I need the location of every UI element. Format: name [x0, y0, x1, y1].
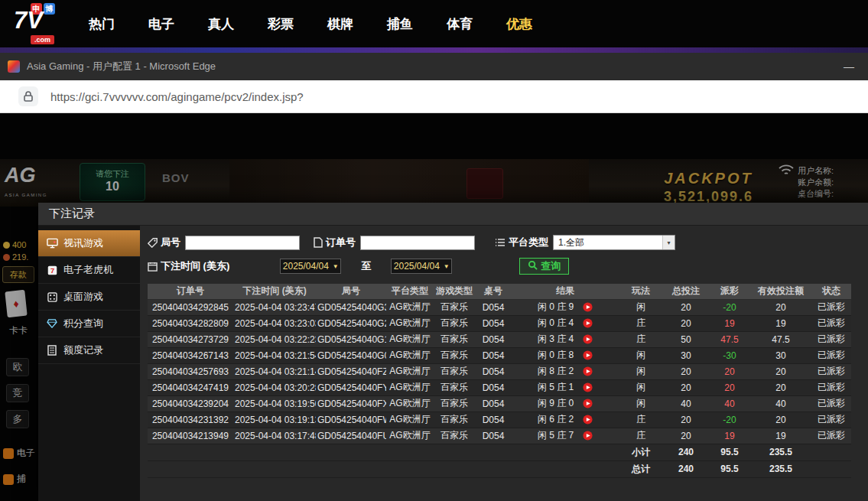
replay-button[interactable]: [583, 334, 593, 344]
cell-round: GD054254040G1: [316, 331, 386, 347]
result-text: 闲 5 庄 1: [538, 381, 574, 394]
nav-item-sports[interactable]: 体育: [447, 15, 473, 33]
tag-icon: [148, 238, 158, 248]
document-icon: [46, 345, 58, 356]
bet-row: 2504040342474192025-04-04 03:20:28GD0542…: [148, 379, 851, 395]
cell-valid_bet: 20: [750, 363, 811, 379]
cell-payout: -30: [709, 347, 750, 363]
replay-button[interactable]: [583, 318, 593, 328]
bet-records-table: 订单号 下注时间 (美东) 局号 平台类型 游戏类型 桌号 结果 玩法 总投注 …: [148, 284, 851, 478]
cell-platform: AG欧洲厅: [386, 315, 434, 331]
cell-valid_bet: 47.5: [750, 331, 811, 347]
cell-payout: 20: [709, 363, 750, 379]
replay-button[interactable]: [583, 350, 593, 360]
lock-icon[interactable]: [18, 86, 38, 106]
cell-payout: 40: [709, 395, 750, 412]
cell-game: 百家乐: [434, 412, 475, 428]
modal-body: 视讯游戏 7 电子老虎机 桌面游戏: [38, 226, 868, 501]
round-label: 局号: [161, 236, 180, 249]
cell-table_no: D054: [475, 347, 512, 363]
cell-table_no: D054: [475, 395, 512, 412]
subtotal-label: 小计: [619, 444, 663, 460]
replay-button[interactable]: [583, 382, 593, 392]
cell-table_no: D054: [475, 315, 512, 331]
modal-main: 局号 订单号 平台类型 1.全部 ▾: [140, 226, 868, 501]
cell-status: 已派彩: [811, 347, 851, 363]
top-nav: 申 博 7V .com 热门 电子 真人 彩票 棋牌 捕鱼 体育 优惠: [0, 0, 868, 47]
result-cell: 闲 6 庄 2: [512, 412, 619, 428]
platform-type-label: 平台类型: [509, 236, 548, 249]
page-viewport: AG ASIA GAMING 请您下注 10 BOV JACKPOT 3,521…: [0, 113, 868, 501]
cell-game: 百家乐: [434, 315, 475, 331]
cell-order: 250404034267143: [148, 347, 233, 363]
cell-valid_bet: 30: [750, 347, 811, 363]
nav-item-fishing[interactable]: 捕鱼: [387, 15, 413, 33]
cell-total_bet: 20: [663, 315, 709, 331]
date-from-picker[interactable]: 2025/04/04 ▼: [280, 259, 341, 274]
replay-button[interactable]: [583, 302, 593, 312]
cell-platform: AG欧洲厅: [386, 395, 434, 412]
result-text: 闲 3 庄 4: [538, 333, 574, 346]
cell-total_bet: 20: [663, 379, 709, 395]
bet-row: 2504040342139492025-04-04 03:17:48GD0542…: [148, 428, 851, 444]
url-text[interactable]: https://gci.7vvvvvv.com/agingame/pcv2/in…: [50, 90, 304, 103]
cell-round: GD054254040FU: [316, 428, 386, 444]
cell-order: 250404034231392: [148, 412, 233, 428]
search-icon: [528, 260, 538, 272]
cell-table_no: D054: [475, 331, 512, 347]
cell-table_no: D054: [475, 299, 512, 315]
brand-logo[interactable]: 申 博 7V .com: [9, 2, 73, 46]
cell-valid_bet: 40: [750, 395, 811, 412]
address-bar[interactable]: https://gci.7vvvvvv.com/agingame/pcv2/in…: [0, 80, 868, 113]
cell-table_no: D054: [475, 363, 512, 379]
cell-payout: 20: [709, 379, 750, 395]
menu-item-label: 电子老虎机: [63, 263, 113, 277]
col-header: 结果: [512, 284, 619, 299]
nav-item-slots[interactable]: 电子: [148, 15, 174, 33]
replay-button[interactable]: [583, 366, 593, 376]
menu-item-table-games[interactable]: 桌面游戏: [38, 284, 140, 311]
menu-item-live-games[interactable]: 视讯游戏: [38, 230, 140, 257]
col-header: 总投注: [663, 284, 709, 299]
cell-payout: -20: [709, 299, 750, 315]
platform-select[interactable]: 1.全部 ▾: [553, 235, 675, 250]
total-valid-bet: 235.5: [750, 460, 811, 477]
menu-item-points-query[interactable]: 积分查询: [38, 311, 140, 337]
search-button[interactable]: 查询: [519, 258, 569, 275]
cell-status: 已派彩: [811, 363, 851, 379]
cell-table_no: D054: [475, 379, 512, 395]
menu-item-label: 桌面游戏: [63, 290, 103, 304]
result-text: 闲 0 庄 8: [538, 349, 574, 362]
subtotal-payout: 95.5: [709, 444, 750, 460]
cell-time: 2025-04-04 03:19:50: [233, 395, 316, 412]
order-input[interactable]: [360, 236, 475, 250]
modal-side-menu: 视讯游戏 7 电子老虎机 桌面游戏: [38, 226, 140, 501]
cell-total_bet: 30: [663, 347, 709, 363]
minimize-button[interactable]: —: [836, 60, 862, 73]
menu-item-credit-records[interactable]: 额度记录: [38, 337, 140, 364]
nav-item-lottery[interactable]: 彩票: [268, 15, 294, 33]
replay-button[interactable]: [583, 399, 593, 408]
cell-valid_bet: 19: [750, 315, 811, 331]
replay-button[interactable]: [583, 415, 593, 425]
cell-table_no: D054: [475, 412, 512, 428]
col-header: 局号: [316, 284, 386, 299]
cell-round: GD054254040FX: [316, 395, 386, 412]
nav-item-cards[interactable]: 棋牌: [327, 15, 353, 33]
round-input[interactable]: [185, 236, 300, 250]
replay-button[interactable]: [583, 431, 593, 441]
menu-item-slot-machines[interactable]: 7 电子老虎机: [38, 257, 140, 284]
cell-time: 2025-04-04 03:19:13: [233, 412, 316, 428]
dice-icon: [46, 292, 58, 302]
subtotal-total-bet: 240: [663, 444, 709, 460]
total-row: 总计 240 95.5 235.5: [148, 460, 851, 477]
nav-item-live[interactable]: 真人: [208, 15, 234, 33]
nav-item-promo[interactable]: 优惠: [506, 15, 532, 33]
result-cell: 闲 5 庄 7: [512, 428, 619, 444]
date-to-picker[interactable]: 2025/04/04 ▼: [391, 259, 452, 274]
nav-item-hot[interactable]: 热门: [89, 15, 115, 33]
cell-status: 已派彩: [811, 395, 851, 412]
edge-favicon: [8, 60, 20, 73]
cell-platform: AG欧洲厅: [386, 347, 434, 363]
col-header: 游戏类型: [434, 284, 475, 299]
